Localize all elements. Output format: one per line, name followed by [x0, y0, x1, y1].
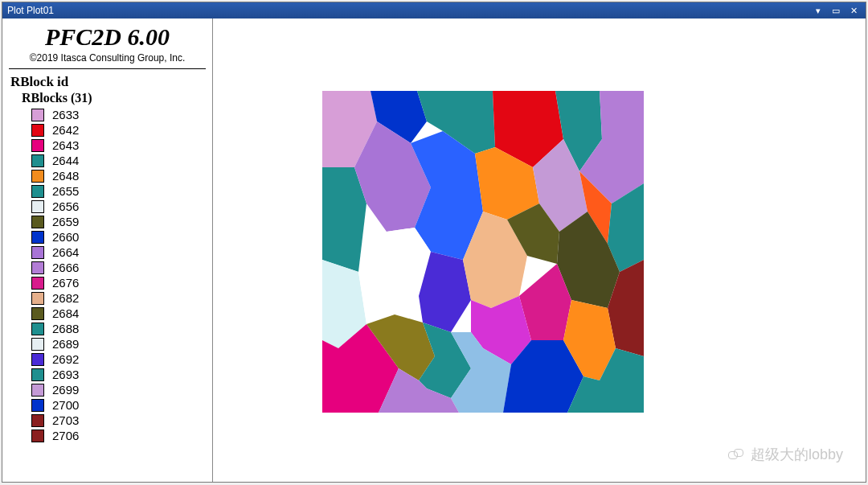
legend-item[interactable]: 2664 — [31, 245, 206, 260]
legend-swatch — [31, 414, 44, 427]
legend-label: 2642 — [52, 123, 79, 137]
legend-swatch — [31, 353, 44, 366]
legend-label: 2706 — [52, 429, 79, 442]
legend-swatch — [31, 368, 44, 381]
legend-label: 2700 — [52, 398, 79, 412]
legend-swatch — [31, 384, 44, 397]
window-controls: ▾ ▭ ✕ — [813, 2, 866, 18]
legend-item[interactable]: 2703 — [31, 413, 206, 428]
window-titlebar[interactable]: Plot Plot01 ▾ ▭ ✕ — [2, 2, 866, 18]
legend-panel: PFC2D 6.00 ©2019 Itasca Consulting Group… — [2, 18, 213, 482]
legend-item[interactable]: 2682 — [31, 290, 206, 306]
minimize-icon[interactable]: ▭ — [830, 2, 841, 18]
legend-swatch — [31, 124, 44, 137]
legend-label: 2703 — [52, 413, 79, 427]
legend-item[interactable]: 2693 — [31, 367, 206, 382]
legend-list: 2633264226432644264826552656265926602664… — [9, 107, 206, 443]
legend-label: 2664 — [52, 245, 79, 259]
legend-item[interactable]: 2655 — [31, 183, 206, 199]
legend-item[interactable]: 2706 — [31, 428, 206, 443]
legend-swatch — [31, 292, 44, 305]
legend-swatch — [31, 261, 44, 274]
legend-label: 2644 — [52, 154, 79, 167]
legend-label: 2693 — [52, 368, 79, 381]
legend-label: 2660 — [52, 230, 79, 244]
legend-item[interactable]: 2666 — [31, 260, 206, 275]
legend-label: 2643 — [52, 138, 79, 152]
legend-label: 2682 — [52, 291, 79, 305]
legend-label: 2684 — [52, 306, 79, 320]
legend-label: 2699 — [52, 383, 79, 397]
legend-swatch — [31, 277, 44, 290]
legend-label: 2676 — [52, 276, 79, 290]
legend-item[interactable]: 2660 — [31, 229, 206, 245]
legend-item[interactable]: 2642 — [31, 122, 206, 138]
legend-swatch — [31, 307, 44, 320]
legend-swatch — [31, 154, 44, 167]
legend-swatch — [31, 246, 44, 259]
legend-item[interactable]: 2692 — [31, 351, 206, 367]
legend-swatch — [31, 200, 44, 213]
watermark: 超级大的lobby — [728, 445, 843, 464]
legend-swatch — [31, 139, 44, 152]
legend-swatch — [31, 170, 44, 183]
legend-swatch — [31, 216, 44, 228]
legend-item[interactable]: 2689 — [31, 336, 206, 351]
wechat-icon — [728, 447, 746, 462]
legend-swatch — [31, 399, 44, 412]
divider — [9, 68, 206, 69]
plot-area[interactable]: 超级大的lobby — [213, 18, 866, 482]
legend-swatch — [31, 231, 44, 244]
content-area: PFC2D 6.00 ©2019 Itasca Consulting Group… — [2, 18, 866, 482]
legend-item[interactable]: 2699 — [31, 382, 206, 397]
legend-item[interactable]: 2659 — [31, 214, 206, 229]
legend-label: 2656 — [52, 199, 79, 213]
legend-label: 2689 — [52, 337, 79, 351]
legend-swatch — [31, 323, 44, 335]
legend-label: 2688 — [52, 322, 79, 335]
legend-swatch — [31, 430, 44, 442]
legend-subtitle: RBlocks (31) — [22, 91, 206, 105]
legend-label: 2692 — [52, 352, 79, 366]
legend-swatch — [31, 185, 44, 198]
legend-swatch — [31, 338, 44, 351]
legend-item[interactable]: 2633 — [31, 107, 206, 122]
legend-item[interactable]: 2688 — [31, 321, 206, 336]
legend-item[interactable]: 2644 — [31, 153, 206, 168]
legend-label: 2666 — [52, 261, 79, 274]
plot-window: Plot Plot01 ▾ ▭ ✕ PFC2D 6.00 ©2019 Itasc… — [2, 2, 866, 483]
legend-item[interactable]: 2643 — [31, 138, 206, 153]
legend-item[interactable]: 2700 — [31, 397, 206, 413]
copyright: ©2019 Itasca Consulting Group, Inc. — [9, 52, 206, 64]
legend-item[interactable]: 2656 — [31, 199, 206, 214]
dropdown-icon[interactable]: ▾ — [813, 2, 824, 18]
legend-item[interactable]: 2648 — [31, 168, 206, 183]
watermark-text: 超级大的lobby — [751, 445, 843, 464]
legend-item[interactable]: 2676 — [31, 275, 206, 290]
window-title: Plot Plot01 — [7, 2, 54, 18]
legend-label: 2655 — [52, 184, 79, 198]
legend-swatch — [31, 109, 44, 121]
legend-item[interactable]: 2684 — [31, 306, 206, 321]
legend-label: 2648 — [52, 169, 79, 183]
legend-label: 2659 — [52, 215, 79, 228]
legend-label: 2633 — [52, 108, 79, 121]
app-title: PFC2D 6.00 — [9, 23, 206, 51]
close-icon[interactable]: ✕ — [848, 2, 859, 18]
voronoi-plot[interactable] — [322, 91, 644, 413]
legend-title: RBlock id — [10, 74, 206, 90]
